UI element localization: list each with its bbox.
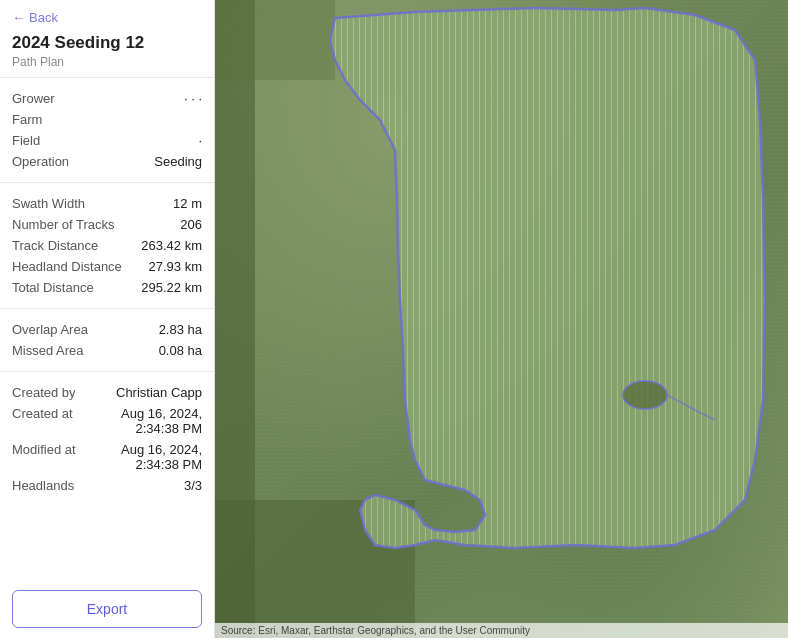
info-scroll[interactable]: Grower · · · Farm Field · Operation Seed… bbox=[0, 77, 214, 580]
row-label: Track Distance bbox=[12, 238, 141, 253]
info-row: Missed Area 0.08 ha bbox=[12, 340, 202, 361]
row-label: Headlands bbox=[12, 478, 184, 493]
row-value: 263.42 km bbox=[141, 238, 202, 253]
row-value: Christian Capp bbox=[116, 385, 202, 400]
row-value: 206 bbox=[180, 217, 202, 232]
row-label: Created by bbox=[12, 385, 116, 400]
row-value: 12 m bbox=[173, 196, 202, 211]
svg-rect-3 bbox=[215, 0, 335, 80]
row-value: 2.83 ha bbox=[159, 322, 202, 337]
info-row: Modified at Aug 16, 2024, 2:34:38 PM bbox=[12, 439, 202, 475]
row-label: Farm bbox=[12, 112, 202, 127]
row-value: 3/3 bbox=[184, 478, 202, 493]
row-value: · bbox=[198, 133, 202, 148]
row-label: Operation bbox=[12, 154, 154, 169]
row-value: Aug 16, 2024, 2:34:38 PM bbox=[92, 442, 202, 472]
row-value: Aug 16, 2024, 2:34:38 PM bbox=[92, 406, 202, 436]
left-panel: ← Back 2024 Seeding 12 Path Plan Grower … bbox=[0, 0, 215, 638]
back-button[interactable]: ← Back bbox=[0, 0, 214, 31]
plan-subtitle: Path Plan bbox=[0, 53, 214, 77]
row-label: Number of Tracks bbox=[12, 217, 180, 232]
row-label: Missed Area bbox=[12, 343, 159, 358]
row-label: Created at bbox=[12, 406, 92, 421]
plan-title: 2024 Seeding 12 bbox=[0, 31, 214, 53]
map-area: Source: Esri, Maxar, Earthstar Geographi… bbox=[215, 0, 788, 638]
info-row: Headland Distance 27.93 km bbox=[12, 256, 202, 277]
info-row: Grower · · · bbox=[12, 88, 202, 109]
row-value: 0.08 ha bbox=[159, 343, 202, 358]
info-row: Track Distance 263.42 km bbox=[12, 235, 202, 256]
row-label: Total Distance bbox=[12, 280, 141, 295]
row-label: Headland Distance bbox=[12, 259, 149, 274]
field-overlay-svg bbox=[215, 0, 788, 638]
back-label: Back bbox=[29, 10, 58, 25]
info-row: Number of Tracks 206 bbox=[12, 214, 202, 235]
row-label: Swath Width bbox=[12, 196, 173, 211]
row-value: · · · bbox=[184, 91, 202, 106]
info-row: Swath Width 12 m bbox=[12, 193, 202, 214]
row-value: 27.93 km bbox=[149, 259, 202, 274]
export-button[interactable]: Export bbox=[12, 590, 202, 628]
info-row: Operation Seeding bbox=[12, 151, 202, 172]
info-row: Farm bbox=[12, 109, 202, 130]
info-row: Total Distance 295.22 km bbox=[12, 277, 202, 298]
area-section: Overlap Area 2.83 ha Missed Area 0.08 ha bbox=[0, 308, 214, 371]
row-label: Field bbox=[12, 133, 198, 148]
measurements-section: Swath Width 12 m Number of Tracks 206 Tr… bbox=[0, 182, 214, 308]
row-value: 295.22 km bbox=[141, 280, 202, 295]
info-row: Field · bbox=[12, 130, 202, 151]
row-label: Grower bbox=[12, 91, 184, 106]
row-label: Modified at bbox=[12, 442, 92, 457]
farm-info-section: Grower · · · Farm Field · Operation Seed… bbox=[0, 77, 214, 182]
info-row: Created by Christian Capp bbox=[12, 382, 202, 403]
meta-section: Created by Christian Capp Created at Aug… bbox=[0, 371, 214, 506]
row-label: Overlap Area bbox=[12, 322, 159, 337]
map-attribution: Source: Esri, Maxar, Earthstar Geographi… bbox=[215, 623, 788, 638]
back-arrow-icon: ← bbox=[12, 10, 25, 25]
row-value: Seeding bbox=[154, 154, 202, 169]
info-row: Headlands 3/3 bbox=[12, 475, 202, 496]
info-row: Overlap Area 2.83 ha bbox=[12, 319, 202, 340]
info-row: Created at Aug 16, 2024, 2:34:38 PM bbox=[12, 403, 202, 439]
